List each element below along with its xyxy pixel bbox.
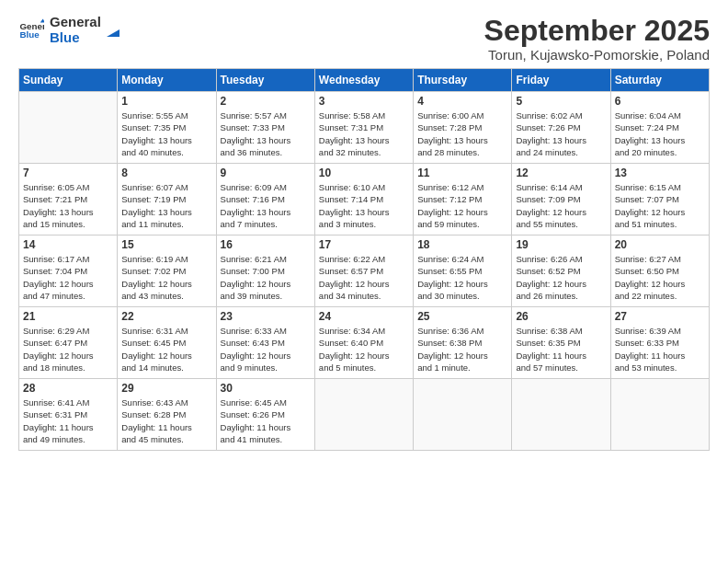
weekday-header-row: Sunday Monday Tuesday Wednesday Thursday… <box>19 69 710 92</box>
day-info: Sunrise: 6:43 AMSunset: 6:28 PMDaylight:… <box>121 396 211 445</box>
day-info: Sunrise: 6:21 AMSunset: 7:00 PMDaylight:… <box>221 253 311 302</box>
table-row: 6Sunrise: 6:04 AMSunset: 7:24 PMDaylight… <box>610 92 709 164</box>
day-number: 9 <box>221 167 311 179</box>
table-row: 20Sunrise: 6:27 AMSunset: 6:50 PMDayligh… <box>610 236 709 307</box>
day-info: Sunrise: 5:57 AMSunset: 7:33 PMDaylight:… <box>221 109 311 158</box>
day-info: Sunrise: 6:19 AMSunset: 7:02 PMDaylight:… <box>121 253 211 302</box>
table-row: 28Sunrise: 6:41 AMSunset: 6:31 PMDayligh… <box>19 379 118 451</box>
day-info: Sunrise: 6:36 AMSunset: 6:38 PMDaylight:… <box>417 325 507 373</box>
table-row: 30Sunrise: 6:45 AMSunset: 6:26 PMDayligh… <box>216 379 314 451</box>
day-number: 20 <box>615 238 705 251</box>
day-info: Sunrise: 6:07 AMSunset: 7:19 PMDaylight:… <box>121 181 211 230</box>
day-info: Sunrise: 6:04 AMSunset: 7:24 PMDaylight:… <box>615 109 705 158</box>
day-number: 16 <box>221 238 311 251</box>
table-row: 15Sunrise: 6:19 AMSunset: 7:02 PMDayligh… <box>118 236 216 307</box>
day-info: Sunrise: 6:45 AMSunset: 6:26 PMDaylight:… <box>221 396 311 445</box>
day-info: Sunrise: 6:00 AMSunset: 7:28 PMDaylight:… <box>417 109 507 158</box>
logo-icon: General Blue <box>18 17 44 43</box>
table-row: 8Sunrise: 6:07 AMSunset: 7:19 PMDaylight… <box>118 164 216 236</box>
title-block: September 2025 Torun, Kujawsko-Pomorskie… <box>484 15 710 63</box>
day-number: 2 <box>221 95 311 108</box>
table-row: 21Sunrise: 6:29 AMSunset: 6:47 PMDayligh… <box>19 307 118 379</box>
calendar-week-row: 14Sunrise: 6:17 AMSunset: 7:04 PMDayligh… <box>19 236 710 307</box>
table-row: 13Sunrise: 6:15 AMSunset: 7:07 PMDayligh… <box>610 164 709 236</box>
day-info: Sunrise: 5:55 AMSunset: 7:35 PMDaylight:… <box>121 109 211 158</box>
table-row <box>512 379 610 451</box>
day-number: 23 <box>221 310 311 323</box>
day-info: Sunrise: 6:09 AMSunset: 7:16 PMDaylight:… <box>221 181 311 230</box>
table-row: 14Sunrise: 6:17 AMSunset: 7:04 PMDayligh… <box>19 236 118 307</box>
day-info: Sunrise: 6:39 AMSunset: 6:33 PMDaylight:… <box>615 325 705 373</box>
calendar-week-row: 7Sunrise: 6:05 AMSunset: 7:21 PMDaylight… <box>19 164 710 236</box>
table-row: 19Sunrise: 6:26 AMSunset: 6:52 PMDayligh… <box>512 236 610 307</box>
calendar-week-row: 1Sunrise: 5:55 AMSunset: 7:35 PMDaylight… <box>19 92 710 164</box>
day-number: 18 <box>417 238 507 251</box>
table-row <box>314 379 413 451</box>
day-number: 7 <box>23 167 113 179</box>
day-number: 12 <box>516 167 606 179</box>
header-sunday: Sunday <box>19 69 118 92</box>
day-number: 5 <box>516 95 606 108</box>
header-saturday: Saturday <box>610 69 709 92</box>
day-number: 29 <box>121 382 211 395</box>
table-row <box>414 379 512 451</box>
calendar-week-row: 28Sunrise: 6:41 AMSunset: 6:31 PMDayligh… <box>19 379 710 451</box>
day-info: Sunrise: 6:15 AMSunset: 7:07 PMDaylight:… <box>615 181 705 230</box>
table-row: 26Sunrise: 6:38 AMSunset: 6:35 PMDayligh… <box>512 307 610 379</box>
day-info: Sunrise: 6:12 AMSunset: 7:12 PMDaylight:… <box>417 181 507 230</box>
day-number: 19 <box>516 238 606 251</box>
day-number: 14 <box>23 238 113 251</box>
header-thursday: Thursday <box>414 69 512 92</box>
day-info: Sunrise: 6:24 AMSunset: 6:55 PMDaylight:… <box>417 253 507 302</box>
table-row: 2Sunrise: 5:57 AMSunset: 7:33 PMDaylight… <box>216 92 314 164</box>
table-row: 11Sunrise: 6:12 AMSunset: 7:12 PMDayligh… <box>414 164 512 236</box>
day-info: Sunrise: 6:05 AMSunset: 7:21 PMDaylight:… <box>23 181 113 230</box>
day-info: Sunrise: 6:29 AMSunset: 6:47 PMDaylight:… <box>23 325 113 373</box>
day-number: 26 <box>516 310 606 323</box>
header: General Blue General Blue September 2025… <box>18 15 710 63</box>
table-row: 16Sunrise: 6:21 AMSunset: 7:00 PMDayligh… <box>216 236 314 307</box>
table-row: 1Sunrise: 5:55 AMSunset: 7:35 PMDaylight… <box>118 92 216 164</box>
table-row: 5Sunrise: 6:02 AMSunset: 7:26 PMDaylight… <box>512 92 610 164</box>
day-number: 22 <box>121 310 211 323</box>
calendar-table: Sunday Monday Tuesday Wednesday Thursday… <box>18 68 710 451</box>
header-friday: Friday <box>512 69 610 92</box>
logo-line1: General <box>50 15 101 30</box>
day-number: 3 <box>319 95 409 108</box>
day-number: 11 <box>417 167 507 179</box>
day-info: Sunrise: 6:02 AMSunset: 7:26 PMDaylight:… <box>516 109 606 158</box>
day-number: 13 <box>615 167 705 179</box>
day-number: 28 <box>23 382 113 395</box>
table-row: 18Sunrise: 6:24 AMSunset: 6:55 PMDayligh… <box>414 236 512 307</box>
day-info: Sunrise: 6:34 AMSunset: 6:40 PMDaylight:… <box>319 325 409 373</box>
day-info: Sunrise: 6:26 AMSunset: 6:52 PMDaylight:… <box>516 253 606 302</box>
header-monday: Monday <box>118 69 216 92</box>
day-number: 17 <box>319 238 409 251</box>
day-number: 25 <box>417 310 507 323</box>
table-row: 23Sunrise: 6:33 AMSunset: 6:43 PMDayligh… <box>216 307 314 379</box>
day-number: 30 <box>221 382 311 395</box>
table-row: 17Sunrise: 6:22 AMSunset: 6:57 PMDayligh… <box>314 236 413 307</box>
svg-marker-3 <box>107 29 119 37</box>
table-row <box>610 379 709 451</box>
table-row: 25Sunrise: 6:36 AMSunset: 6:38 PMDayligh… <box>414 307 512 379</box>
table-row: 10Sunrise: 6:10 AMSunset: 7:14 PMDayligh… <box>314 164 413 236</box>
table-row: 7Sunrise: 6:05 AMSunset: 7:21 PMDaylight… <box>19 164 118 236</box>
page-subtitle: Torun, Kujawsko-Pomorskie, Poland <box>484 47 710 63</box>
day-info: Sunrise: 6:22 AMSunset: 6:57 PMDaylight:… <box>319 253 409 302</box>
day-number: 4 <box>417 95 507 108</box>
day-info: Sunrise: 6:10 AMSunset: 7:14 PMDaylight:… <box>319 181 409 230</box>
page-title: September 2025 <box>484 15 710 47</box>
table-row <box>19 92 118 164</box>
day-number: 27 <box>615 310 705 323</box>
day-number: 21 <box>23 310 113 323</box>
table-row: 22Sunrise: 6:31 AMSunset: 6:45 PMDayligh… <box>118 307 216 379</box>
day-number: 6 <box>615 95 705 108</box>
header-tuesday: Tuesday <box>216 69 314 92</box>
table-row: 3Sunrise: 5:58 AMSunset: 7:31 PMDaylight… <box>314 92 413 164</box>
logo-triangle-icon <box>105 22 121 39</box>
day-info: Sunrise: 5:58 AMSunset: 7:31 PMDaylight:… <box>319 109 409 158</box>
day-number: 8 <box>121 167 211 179</box>
table-row: 27Sunrise: 6:39 AMSunset: 6:33 PMDayligh… <box>610 307 709 379</box>
day-info: Sunrise: 6:33 AMSunset: 6:43 PMDaylight:… <box>221 325 311 373</box>
